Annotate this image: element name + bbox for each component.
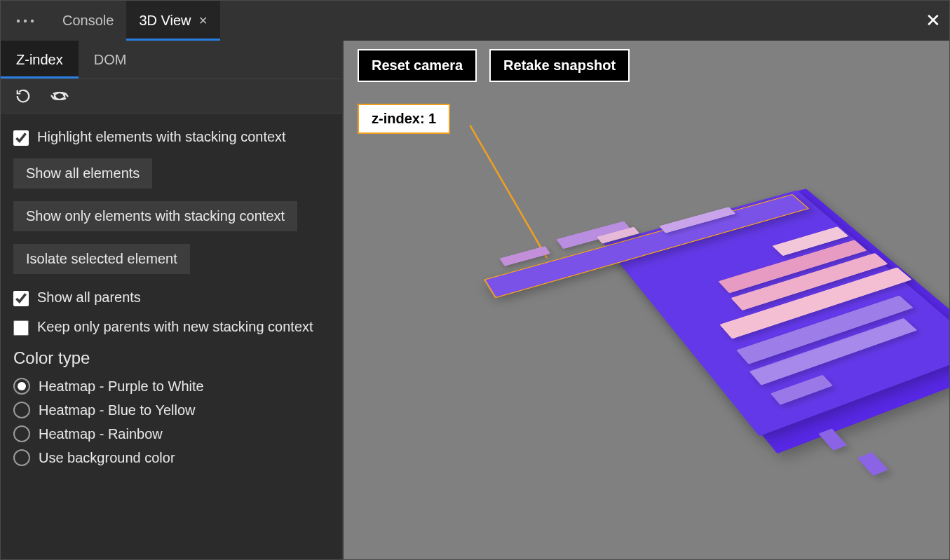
color-type-heading: Color type [13,348,330,368]
svg-point-2 [31,19,34,22]
more-icon[interactable] [1,18,50,25]
radio-input[interactable] [13,425,30,442]
color-option-rainbow[interactable]: Heatmap - Rainbow [13,425,330,442]
svg-point-0 [17,19,20,22]
refresh-icon[interactable] [13,86,33,106]
checkbox-label: Highlight elements with stacking context [37,129,330,145]
show-all-parents-checkbox[interactable]: Show all parents [13,289,330,306]
checkbox-label: Show all parents [37,289,330,306]
subtab-label: DOM [94,52,127,68]
retake-snapshot-button[interactable]: Retake snapshot [489,49,630,82]
radio-label: Heatmap - Blue to Yellow [39,402,195,418]
radio-input[interactable] [13,378,30,395]
tab-label: Console [62,13,114,29]
settings-panel: Highlight elements with stacking context… [1,114,342,559]
isolate-selected-button[interactable]: Isolate selected element [13,244,190,274]
checkbox-input[interactable] [13,291,29,306]
top-tab-bar: Console 3D View ✕ ✕ [1,1,949,41]
subtab-label: Z-index [16,52,63,68]
show-all-elements-button[interactable]: Show all elements [13,158,152,189]
recenter-icon[interactable] [50,86,69,106]
checkbox-input[interactable] [13,320,29,336]
subtab-dom[interactable]: DOM [79,41,142,78]
checkbox-input[interactable] [13,130,29,146]
tab-3d-view[interactable]: 3D View ✕ [126,1,219,41]
color-option-blue-yellow[interactable]: Heatmap - Blue to Yellow [13,402,330,418]
tab-console[interactable]: Console [50,1,126,41]
radio-label: Use background color [39,450,175,466]
subtab-z-index[interactable]: Z-index [1,41,79,78]
close-icon[interactable]: ✕ [198,14,208,27]
reset-camera-button[interactable]: Reset camera [358,49,477,82]
close-panel-icon[interactable]: ✕ [925,1,941,41]
radio-input[interactable] [13,402,30,418]
3d-viewport[interactable]: Reset camera Retake snapshot z-index: 1 [344,41,949,559]
radio-input[interactable] [13,449,30,466]
layer-fragment[interactable] [857,452,889,476]
radio-label: Heatmap - Purple to White [39,378,204,395]
layer-fragment[interactable] [818,428,847,451]
show-only-stacking-button[interactable]: Show only elements with stacking context [13,201,297,231]
svg-point-1 [24,19,27,22]
checkbox-label: Keep only parents with new stacking cont… [37,319,330,335]
3d-scene[interactable] [400,83,949,559]
keep-only-parents-checkbox[interactable]: Keep only parents with new stacking cont… [13,319,330,336]
color-option-bg-color[interactable]: Use background color [13,449,330,466]
sidebar: Z-index DOM Highlight elements with stac… [1,41,344,559]
highlight-stacking-checkbox[interactable]: Highlight elements with stacking context [13,129,330,146]
sidebar-toolbar [1,78,342,114]
color-option-purple-white[interactable]: Heatmap - Purple to White [13,378,330,395]
sub-tab-bar: Z-index DOM [1,41,342,78]
tab-label: 3D View [139,13,191,29]
radio-label: Heatmap - Rainbow [39,426,163,442]
